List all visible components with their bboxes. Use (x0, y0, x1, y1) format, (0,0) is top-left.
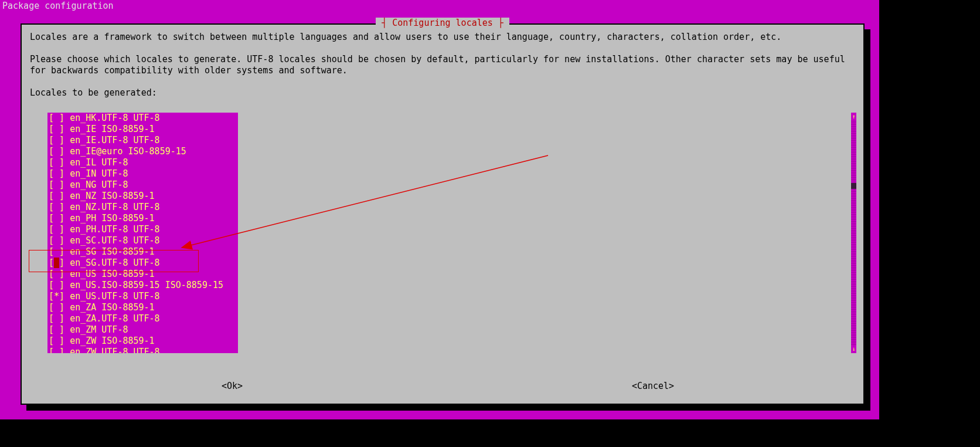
locale-item[interactable]: [ ] en_PH.UTF-8 UTF-8 (47, 224, 238, 235)
locale-item[interactable]: [ ] en_NG UTF-8 (47, 180, 238, 191)
locale-item[interactable]: [ ] en_US.ISO-8859-15 ISO-8859-15 (47, 280, 238, 291)
locale-list[interactable]: [ ] en_HK.UTF-8 UTF-8[ ] en_IE ISO-8859-… (47, 113, 238, 353)
locale-item[interactable]: [ ] en_NZ ISO-8859-1 (47, 191, 238, 202)
locale-label: en_ZW ISO-8859-1 (70, 336, 155, 346)
locale-label: en_US.UTF-8 UTF-8 (70, 291, 160, 302)
scroll-up-icon[interactable]: ↑ (851, 113, 856, 121)
locale-item[interactable]: [*] en_US.UTF-8 UTF-8 (47, 291, 238, 302)
intro-text: Locales are a framework to switch betwee… (30, 32, 855, 43)
cancel-button[interactable]: <Cancel> (443, 381, 863, 392)
locale-item[interactable]: [ ] en_US ISO-8859-1 (47, 269, 238, 280)
locale-label: en_IL UTF-8 (70, 157, 128, 168)
locale-label: en_PH ISO-8859-1 (70, 213, 155, 223)
locale-label: en_IE ISO-8859-1 (70, 124, 155, 134)
locale-label: en_SG.UTF-8 UTF-8 (70, 258, 160, 268)
locale-label: en_US.ISO-8859-15 ISO-8859-15 (70, 280, 223, 290)
locale-item[interactable]: [ ] en_ZA ISO-8859-1 (47, 302, 238, 313)
locale-item[interactable]: [ ] en_PH ISO-8859-1 (47, 213, 238, 224)
locale-label: en_NG UTF-8 (70, 180, 128, 190)
locale-item[interactable]: [ ] en_IE.UTF-8 UTF-8 (47, 135, 238, 146)
locale-label: en_HK.UTF-8 UTF-8 (70, 113, 160, 123)
locale-label: en_NZ.UTF-8 UTF-8 (70, 202, 160, 212)
locale-label: en_SC.UTF-8 UTF-8 (70, 235, 160, 246)
locale-item[interactable]: [ ] en_ZA.UTF-8 UTF-8 (47, 313, 238, 324)
locale-item[interactable]: [ ] en_SG ISO-8859-1 (47, 246, 238, 258)
locale-label: en_NZ ISO-8859-1 (70, 191, 155, 201)
package-config-header: Package configuration (0, 0, 879, 12)
locale-label: en_ZW.UTF-8 UTF-8 (70, 347, 160, 353)
scroll-down-icon[interactable]: ↓ (851, 345, 856, 353)
locale-item[interactable]: [ ] en_IN UTF-8 (47, 168, 238, 180)
locale-item[interactable]: [ ] en_ZW.UTF-8 UTF-8 (47, 347, 238, 353)
locale-list-area: [ ] en_HK.UTF-8 UTF-8[ ] en_IE ISO-8859-… (30, 113, 856, 353)
locale-item[interactable]: [ ] en_HK.UTF-8 UTF-8 (47, 113, 238, 124)
locale-label: en_IE@euro ISO-8859-15 (70, 146, 186, 157)
locale-item[interactable]: [ ] en_ZW ISO-8859-1 (47, 336, 238, 347)
dialog-body: Locales are a framework to switch betwee… (22, 25, 863, 99)
locale-scrollbar[interactable]: ↑ ↓ (851, 113, 856, 353)
locale-label: en_PH.UTF-8 UTF-8 (70, 224, 160, 235)
locale-label: en_IN UTF-8 (70, 168, 128, 179)
locale-label: en_ZA.UTF-8 UTF-8 (70, 313, 160, 324)
instruction-text: Please choose which locales to generate.… (30, 54, 855, 76)
configuring-locales-dialog: ┤ Configuring locales ├ Locales are a fr… (21, 23, 865, 405)
locale-label: en_US ISO-8859-1 (70, 269, 155, 279)
locale-item[interactable]: [ ] en_SG.UTF-8 UTF-8 (47, 258, 238, 269)
locale-label: en_SG ISO-8859-1 (70, 246, 155, 257)
locale-item[interactable]: [ ] en_IE@euro ISO-8859-15 (47, 146, 238, 157)
locale-label: en_ZM UTF-8 (70, 324, 128, 335)
dialog-buttons: <Ok> <Cancel> (22, 381, 863, 392)
locale-item[interactable]: [ ] en_NZ.UTF-8 UTF-8 (47, 202, 238, 213)
locale-item[interactable]: [ ] en_IE ISO-8859-1 (47, 124, 238, 135)
locale-item[interactable]: [ ] en_IL UTF-8 (47, 157, 238, 168)
terminal-screen: Package configuration ┤ Configuring loca… (0, 0, 879, 419)
ok-button[interactable]: <Ok> (22, 381, 443, 392)
locale-item[interactable]: [ ] en_ZM UTF-8 (47, 324, 238, 336)
locale-label: en_IE.UTF-8 UTF-8 (70, 135, 160, 145)
locale-label: en_ZA ISO-8859-1 (70, 302, 155, 313)
locale-item[interactable]: [ ] en_SC.UTF-8 UTF-8 (47, 235, 238, 246)
scroll-thumb[interactable] (851, 183, 856, 189)
prompt-text: Locales to be generated: (30, 87, 855, 99)
